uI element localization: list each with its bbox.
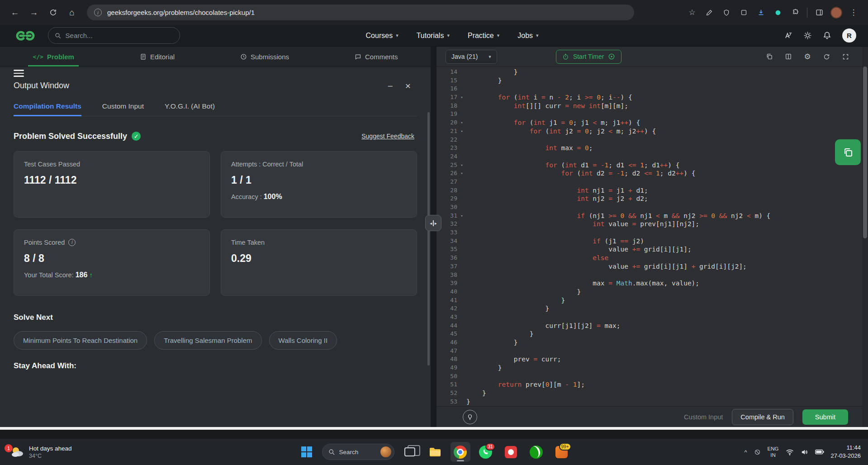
code-line[interactable]: 22 <box>436 136 868 144</box>
user-avatar[interactable]: R <box>842 28 856 43</box>
compile-run-button[interactable]: Compile & Run <box>732 409 793 425</box>
red-app-button[interactable] <box>501 442 521 462</box>
start-button[interactable] <box>297 442 317 462</box>
mail-app-button[interactable]: 99+ <box>552 442 572 462</box>
reload-icon[interactable] <box>45 5 61 20</box>
code-line[interactable]: 49 } <box>436 364 868 372</box>
left-panel-scrollbar[interactable] <box>427 112 430 365</box>
forward-icon[interactable]: → <box>26 5 42 20</box>
nav-tutorials[interactable]: Tutorials▾ <box>417 32 450 40</box>
code-line[interactable]: 21▾ for (int j2 = 0; j2 < m; j2++) { <box>436 127 868 136</box>
xbox-button[interactable] <box>526 442 546 462</box>
tab-compilation-results[interactable]: Compilation Results <box>14 102 81 116</box>
teal-extension-icon[interactable] <box>771 5 785 20</box>
copy-code-icon[interactable] <box>765 52 774 61</box>
taskbar-search[interactable]: Search <box>322 444 394 460</box>
custom-input-link[interactable]: Custom Input <box>684 413 723 421</box>
tab-comments[interactable]: Comments <box>350 47 403 66</box>
extensions-puzzle-icon[interactable] <box>788 5 802 20</box>
fullscreen-icon[interactable] <box>841 52 850 61</box>
code-line[interactable]: 50 <box>436 372 868 381</box>
reset-code-icon[interactable] <box>822 52 831 61</box>
weather-widget[interactable]: 1 Hot days ahead 34°C <box>6 445 72 459</box>
browser-profile-avatar[interactable] <box>829 5 844 20</box>
info-icon[interactable]: i <box>68 239 76 246</box>
code-line[interactable]: 44 curr[j1][j2] = max; <box>436 322 868 330</box>
floating-copy-button[interactable] <box>835 139 861 165</box>
page-scrollbar[interactable] <box>862 47 868 427</box>
code-line[interactable]: 46 } <box>436 338 868 347</box>
code-line[interactable]: 32 int value = prev[nj1][nj2]; <box>436 220 868 228</box>
tab-problem[interactable]: </> Problem <box>28 47 79 66</box>
home-icon[interactable]: ⌂ <box>64 5 80 20</box>
tab-submissions[interactable]: Submissions <box>236 47 294 66</box>
code-line[interactable]: 19 <box>436 110 868 119</box>
gfg-logo[interactable] <box>14 29 37 43</box>
code-line[interactable]: 20▾ for (int j1 = 0; j1 < m; j1++) { <box>436 119 868 127</box>
chip-minimum-points[interactable]: Minimum Points To Reach Destination <box>14 331 147 350</box>
fold-caret-icon[interactable]: ▾ <box>457 212 466 220</box>
tab-yogi-ai-bot[interactable]: Y.O.G.I. (AI Bot) <box>165 102 215 116</box>
pencil-extension-icon[interactable] <box>702 5 716 20</box>
translate-icon[interactable] <box>784 31 792 40</box>
nav-courses[interactable]: Courses▾ <box>366 32 398 40</box>
code-line[interactable]: 24 <box>436 152 868 161</box>
code-line[interactable]: 41 } <box>436 296 868 305</box>
download-icon[interactable] <box>754 5 768 20</box>
nav-jobs[interactable]: Jobs▾ <box>517 32 538 40</box>
chip-walls-coloring[interactable]: Walls Coloring II <box>269 331 337 350</box>
submit-button[interactable]: Submit <box>802 409 848 425</box>
fold-caret-icon[interactable]: ▾ <box>457 93 466 102</box>
code-line[interactable]: 43 <box>436 313 868 322</box>
code-line[interactable]: 16 <box>436 85 868 93</box>
nav-practice[interactable]: Practice▾ <box>468 32 499 40</box>
code-line[interactable]: 30 <box>436 203 868 212</box>
code-line[interactable]: 45 } <box>436 330 868 338</box>
code-line[interactable]: 26▾ for (int d2 = -1; d2 <= 1; d2++) { <box>436 169 868 178</box>
minimize-icon[interactable]: – <box>388 81 393 90</box>
resize-handle[interactable]: ◂ ▸ <box>425 215 441 231</box>
shield-extension-icon[interactable] <box>719 5 734 20</box>
code-line[interactable]: 15 } <box>436 76 868 85</box>
start-timer-button[interactable]: Start Timer <box>556 50 621 64</box>
code-line[interactable]: 17▾ for (int i = n - 2; i >= 0; i--) { <box>436 93 868 102</box>
settings-gear-icon[interactable]: ⚙ <box>803 52 812 61</box>
fold-caret-icon[interactable]: ▾ <box>457 169 466 178</box>
code-line[interactable]: 37 value += grid[i][j1] + grid[i][j2]; <box>436 262 868 271</box>
tab-editorial[interactable]: Editorial <box>135 47 179 66</box>
notification-bell-icon[interactable] <box>823 31 831 40</box>
code-line[interactable]: 14 } <box>436 68 868 76</box>
hidden-icons-chevron[interactable]: ^ <box>744 449 747 456</box>
code-line[interactable]: 42 } <box>436 304 868 313</box>
hint-lightbulb-icon[interactable] <box>463 410 477 424</box>
code-line[interactable]: 52 } <box>436 389 868 398</box>
fold-caret-icon[interactable]: ▾ <box>457 161 466 170</box>
code-line[interactable]: 36 else <box>436 254 868 262</box>
code-line[interactable]: 23 int max = 0; <box>436 144 868 152</box>
address-bar[interactable]: i geeksforgeeks.org/problems/chocolates-… <box>87 5 634 20</box>
whatsapp-button[interactable]: 31 <box>476 442 496 462</box>
clock-block[interactable]: 11:44 27-03-2026 <box>831 444 861 460</box>
notes-extension-icon[interactable] <box>736 5 751 20</box>
code-line[interactable]: 28 int nj1 = j1 + d1; <box>436 186 868 195</box>
code-line[interactable]: 48 prev = curr; <box>436 355 868 364</box>
export-code-icon[interactable] <box>784 52 793 61</box>
gfg-search-box[interactable] <box>48 27 180 44</box>
chip-travelling-salesman[interactable]: Travelling Salesman Problem <box>154 331 261 350</box>
code-editor[interactable]: 14 }15 }1617▾ for (int i = n - 2; i >= 0… <box>436 67 868 406</box>
code-line[interactable]: 29 int nj2 = j2 + d2; <box>436 195 868 203</box>
code-line[interactable]: 27 <box>436 178 868 186</box>
close-icon[interactable]: × <box>405 81 411 91</box>
code-line[interactable]: 53} <box>436 398 868 406</box>
task-view-button[interactable] <box>400 442 420 462</box>
fold-caret-icon[interactable]: ▾ <box>457 127 466 136</box>
code-line[interactable]: 31▾ if (nj1 >= 0 && nj1 < m && nj2 >= 0 … <box>436 212 868 220</box>
code-line[interactable]: 47 <box>436 347 868 356</box>
suggest-feedback-link[interactable]: Suggest Feedback <box>361 133 417 140</box>
code-line[interactable]: 40 } <box>436 288 868 296</box>
side-panel-icon[interactable] <box>812 5 826 20</box>
language-select[interactable]: Java (21) ▾ <box>446 50 497 64</box>
code-line[interactable]: 34 if (j1 == j2) <box>436 237 868 246</box>
code-line[interactable]: 51 return prev[0][m - 1]; <box>436 380 868 389</box>
wifi-icon[interactable] <box>786 449 794 456</box>
